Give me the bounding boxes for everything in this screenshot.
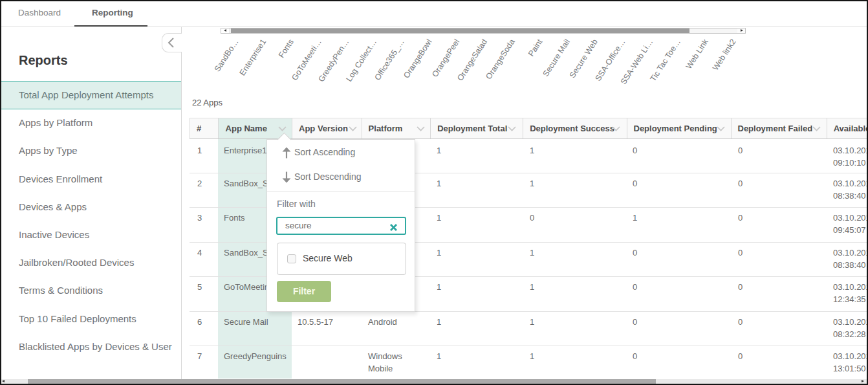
svg-text:Web link2: Web link2: [711, 38, 738, 72]
svg-text:OrangePeel: OrangePeel: [430, 38, 461, 79]
svg-text:Secure Web: Secure Web: [568, 38, 600, 80]
svg-text:OrangeSoda: OrangeSoda: [484, 38, 516, 81]
svg-text:Paint: Paint: [526, 38, 545, 58]
svg-text:Fonts: Fonts: [277, 38, 296, 60]
svg-text:Web Link: Web Link: [684, 37, 710, 71]
svg-text:Secure Mail: Secure Mail: [541, 38, 572, 78]
svg-text:Enterprise1: Enterprise1: [238, 38, 268, 77]
svg-text:SandBo…: SandBo…: [213, 38, 241, 73]
svg-text:OrangeBowl: OrangeBowl: [402, 38, 433, 80]
svg-text:Office365_…: Office365_…: [373, 38, 406, 82]
